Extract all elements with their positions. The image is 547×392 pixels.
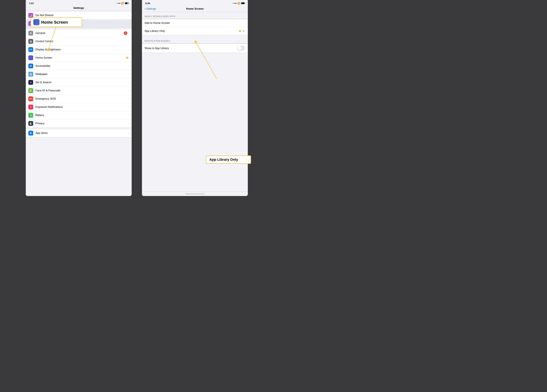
add-to-home-label: Add to Home Screen (144, 21, 245, 25)
chevron-siri: › (128, 81, 129, 84)
nav-title-left: Settings (73, 7, 84, 9)
nav-bar-right: ‹ Settings Home Screen (142, 6, 248, 12)
section-newly-downloaded: Add to Home Screen App Library Only ✓ (142, 19, 248, 35)
wallpaper-icon: 🌸 (28, 72, 33, 77)
row-general[interactable]: ⚙ General 1 › (26, 29, 132, 37)
battery-icon-left (125, 2, 128, 4)
exposure-notifications-icon: ✳ (28, 105, 33, 109)
row-siri-search[interactable]: ✦ Siri & Search › (26, 78, 132, 86)
control-center-icon: ▦ (28, 39, 33, 44)
face-id-icon: 🙂 (28, 88, 33, 93)
left-phone-wrapper: 7:57 📶 Settings (13, 0, 134, 196)
status-time-right: 3:39 (145, 2, 150, 5)
toggle-thumb (237, 46, 242, 50)
chevron-display: › (128, 48, 129, 51)
highlight-home-screen-text: Home Screen (41, 20, 68, 25)
row-app-store[interactable]: A App Store › (26, 129, 132, 137)
home-indicator-right (185, 193, 205, 194)
display-brightness-icon: AA (28, 47, 33, 52)
home-screen-highlight-box: ⋮⋮ Home Screen (31, 17, 82, 27)
status-time-left: 7:57 (29, 2, 34, 5)
row-display-brightness[interactable]: AA Display & Brightness › (26, 46, 132, 54)
display-brightness-label: Display & Brightness (35, 48, 128, 51)
back-chevron-icon: ‹ (144, 7, 145, 10)
dot3 (118, 3, 119, 4)
app-library-only-annotation: App Library Only (206, 155, 251, 164)
section-main: ⚙ General 1 › ▦ Control Center › AA Disp… (26, 29, 132, 128)
right-content[interactable]: NEWLY DOWNLOADED APPS Add to Home Screen… (142, 12, 248, 192)
battery-label: Battery (35, 114, 128, 117)
battery-settings-icon: 🔋 (28, 113, 33, 118)
chevron-exposure: › (128, 106, 129, 108)
row-wallpaper[interactable]: 🌸 Wallpaper › (26, 70, 132, 78)
rdot1 (232, 3, 233, 4)
row-control-center[interactable]: ▦ Control Center › (26, 37, 132, 46)
nav-back-button[interactable]: ‹ Settings (144, 7, 156, 10)
section-header-newly-downloaded: NEWLY DOWNLOADED APPS (142, 12, 248, 19)
row-app-library-only[interactable]: App Library Only ✓ (142, 27, 248, 35)
row-home-screen[interactable]: ⋮⋮ Home Screen › (26, 54, 132, 62)
chevron-home-screen: › (128, 56, 129, 59)
privacy-label: Privacy (35, 122, 128, 125)
siri-search-label: Siri & Search (35, 81, 128, 84)
row-accessibility[interactable]: ♿ Accessibility › (26, 62, 132, 70)
row-emergency-sos[interactable]: SOS Emergency SOS › (26, 95, 132, 103)
row-face-id[interactable]: 🙂 Face ID & Passcode › (26, 86, 132, 95)
rdot3 (235, 3, 235, 4)
chevron-battery: › (128, 114, 129, 117)
right-phone-panel: 3:39 📶 ‹ Settings Home Screen (142, 0, 248, 196)
row-show-in-app-library[interactable]: Show in App Library (142, 44, 248, 53)
do-not-disturb-icon: 🌙 (28, 13, 33, 18)
row-add-to-home-screen[interactable]: Add to Home Screen (142, 19, 248, 27)
app-store-icon: A (28, 131, 33, 135)
row-battery[interactable]: 🔋 Battery › (26, 111, 132, 120)
home-screen-icon: ⋮⋮ (28, 55, 33, 60)
section-notification-badges: Show in App Library (142, 43, 248, 53)
battery-icon-right (241, 2, 245, 4)
emergency-sos-icon: SOS (28, 96, 33, 101)
general-label: General (35, 32, 124, 35)
battery-fill-left (125, 3, 127, 4)
wifi-icon-right: 📶 (238, 2, 240, 5)
chevron-wallpaper: › (128, 73, 129, 75)
chevron-do-not-disturb: › (128, 14, 129, 17)
status-icons-right: 📶 (232, 2, 245, 5)
show-in-app-library-label: Show in App Library (144, 47, 237, 50)
siri-search-icon: ✦ (28, 80, 33, 85)
chevron-accessibility: › (128, 65, 129, 67)
settings-list[interactable]: 🌙 Do Not Disturb › ⏱ Screen Time › ⚙ Gen… (26, 11, 132, 196)
highlight-icon-home: ⋮⋮ (33, 19, 40, 25)
show-in-app-library-toggle[interactable] (237, 46, 245, 51)
section-bottom: A App Store › (26, 129, 132, 137)
row-privacy[interactable]: ✋ Privacy › (26, 120, 132, 127)
signal-dots-left (116, 3, 120, 4)
exposure-notifications-label: Exposure Notifications (35, 105, 128, 109)
app-library-checkmark: ✓ (242, 29, 245, 33)
right-page-title: Home Screen (186, 7, 204, 10)
emergency-sos-label: Emergency SOS (35, 97, 128, 100)
nav-bar-left: Settings (26, 6, 132, 11)
left-phone-panel: 7:57 📶 Settings (26, 0, 132, 196)
right-phone-wrapper: 3:39 📶 ‹ Settings Home Screen (139, 0, 261, 196)
chevron-privacy: › (128, 122, 129, 125)
chevron-screen-time: › (128, 22, 129, 25)
battery-fill-right (241, 3, 244, 4)
dot4 (120, 3, 120, 4)
home-screen-label: Home Screen (35, 56, 125, 59)
chevron-app-store: › (128, 132, 129, 134)
control-center-label: Control Center (35, 40, 128, 43)
general-icon: ⚙ (28, 31, 33, 36)
privacy-icon: ✋ (28, 121, 33, 126)
row-exposure-notifications[interactable]: ✳ Exposure Notifications › (26, 103, 132, 111)
section-header-notification-badges: NOTIFICATION BADGES (142, 37, 248, 43)
accessibility-label: Accessibility (35, 64, 128, 68)
app-library-dot-marker (239, 30, 241, 32)
accessibility-icon: ♿ (28, 64, 33, 68)
general-badge: 1 (124, 31, 127, 35)
app-library-only-label: App Library Only (144, 29, 238, 33)
nav-back-label: Settings (146, 7, 156, 10)
status-icons-left: 📶 (116, 2, 128, 5)
dot1 (116, 3, 117, 4)
bottom-bar-right (142, 192, 248, 196)
wifi-icon-left: 📶 (121, 2, 124, 5)
